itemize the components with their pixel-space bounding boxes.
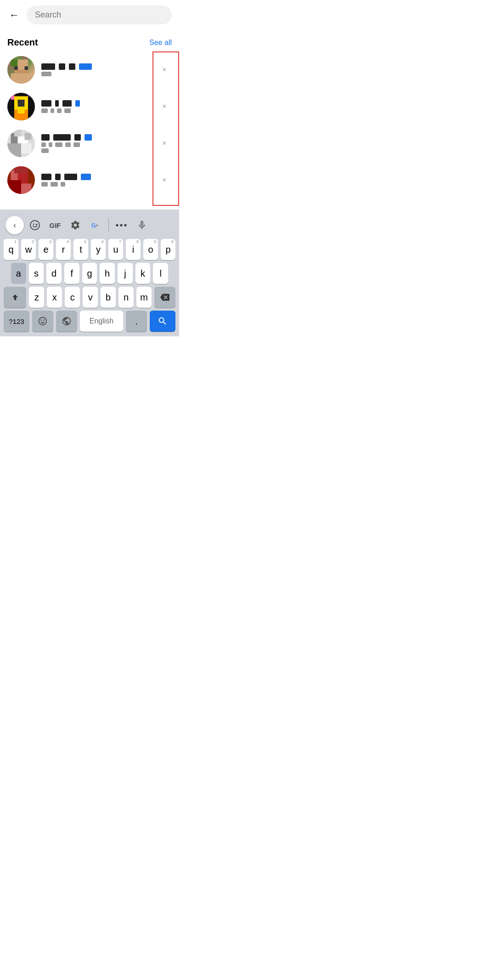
name-block [55, 174, 61, 180]
key-i[interactable]: 8i [126, 239, 141, 260]
name-block [74, 134, 81, 141]
back-button[interactable]: ← [7, 7, 21, 23]
svg-rect-5 [11, 74, 32, 84]
language-key[interactable] [56, 311, 77, 332]
name-row [41, 63, 151, 70]
keyboard-row-2: asdfghjkl [2, 263, 177, 284]
sub-block [65, 142, 71, 147]
blue-block [79, 63, 92, 70]
remove-contact-button[interactable]: × [157, 62, 172, 77]
keyboard-back-button[interactable]: ‹ [6, 216, 24, 234]
key-r[interactable]: 4r [56, 239, 71, 260]
name-block [41, 174, 51, 180]
key-w[interactable]: 2w [21, 239, 36, 260]
name-block [55, 100, 59, 107]
search-bar[interactable] [27, 6, 172, 24]
key-g[interactable]: g [82, 263, 97, 284]
contact-item[interactable]: × [0, 162, 179, 198]
name-block [62, 100, 72, 107]
key-l[interactable]: l [153, 263, 168, 284]
contact-item[interactable]: × [0, 88, 179, 125]
more-options-button[interactable]: ••• [113, 216, 131, 234]
toolbar-separator [108, 219, 109, 232]
name-block [41, 63, 55, 70]
svg-rect-21 [21, 143, 32, 154]
key-x[interactable]: x [47, 287, 62, 308]
sub-block [51, 108, 54, 113]
remove-contact-button[interactable]: × [157, 173, 172, 187]
backspace-key[interactable] [154, 287, 175, 308]
sub-block [55, 142, 62, 147]
key-b[interactable]: b [101, 287, 116, 308]
voice-input-button[interactable] [133, 216, 151, 234]
svg-point-30 [30, 221, 39, 230]
key-n[interactable]: n [118, 287, 134, 308]
sub-row [41, 72, 151, 76]
svg-rect-2 [11, 60, 18, 67]
translate-button[interactable]: G ↗ [86, 216, 105, 234]
name-block [41, 134, 50, 141]
contact-item[interactable]: × [0, 125, 179, 162]
sticker-button[interactable] [26, 216, 44, 234]
contact-item[interactable]: × [0, 51, 179, 88]
emoji-key[interactable] [32, 311, 53, 332]
sub-block [51, 182, 58, 187]
sub-block [73, 142, 80, 147]
key-z[interactable]: z [29, 287, 44, 308]
svg-rect-12 [25, 103, 28, 107]
key-e[interactable]: 3e [39, 239, 53, 260]
key-a[interactable]: a [11, 263, 26, 284]
contact-list: × [0, 51, 179, 206]
key-j[interactable]: j [118, 263, 133, 284]
search-input[interactable] [35, 10, 163, 20]
translate-icon: G ↗ [90, 220, 101, 231]
contact-info [41, 63, 151, 76]
keyboard-row-1: 1q2w3e4r5t6y7u8i9o0p [2, 239, 177, 260]
key-y[interactable]: 6y [91, 239, 106, 260]
avatar [7, 93, 35, 120]
numbers-key[interactable]: ?123 [4, 311, 29, 332]
remove-contact-button[interactable]: × [157, 136, 172, 151]
keyboard-row-3: zxcvbnm [2, 287, 177, 308]
more-icon: ••• [115, 220, 128, 231]
period-key[interactable]: . [126, 311, 147, 332]
contact-info [41, 100, 151, 113]
key-u[interactable]: 7u [108, 239, 123, 260]
search-key[interactable] [150, 311, 175, 332]
key-t[interactable]: 5t [73, 239, 88, 260]
blue-block [85, 134, 92, 141]
blue-block [75, 100, 80, 107]
key-h[interactable]: h [100, 263, 115, 284]
key-q[interactable]: 1q [4, 239, 18, 260]
sticker-icon [29, 220, 40, 231]
key-p[interactable]: 0p [161, 239, 175, 260]
recent-header: Recent See all [0, 30, 179, 51]
name-row [41, 134, 151, 141]
blue-block [81, 174, 91, 180]
remove-contact-button[interactable]: × [157, 99, 172, 114]
sub-block [64, 108, 71, 113]
avatar [7, 166, 35, 194]
key-m[interactable]: m [136, 287, 152, 308]
recent-title: Recent [7, 37, 38, 48]
key-f[interactable]: f [64, 263, 79, 284]
space-key[interactable]: English [80, 311, 123, 332]
gif-button[interactable]: GIF [46, 216, 64, 234]
sub-block [41, 72, 51, 76]
shift-key[interactable] [4, 287, 26, 308]
see-all-button[interactable]: See all [149, 39, 172, 47]
key-s[interactable]: s [29, 263, 44, 284]
svg-rect-6 [14, 67, 18, 70]
key-c[interactable]: c [65, 287, 80, 308]
sub-row-extra [41, 148, 151, 153]
key-v[interactable]: v [83, 287, 98, 308]
key-o[interactable]: 9o [143, 239, 158, 260]
avatar [7, 130, 35, 157]
key-k[interactable]: k [135, 263, 151, 284]
settings-button[interactable] [66, 216, 85, 234]
name-block [41, 100, 51, 107]
avatar-image [7, 93, 35, 120]
svg-rect-14 [28, 93, 32, 96]
key-d[interactable]: d [46, 263, 62, 284]
svg-rect-13 [11, 93, 15, 100]
